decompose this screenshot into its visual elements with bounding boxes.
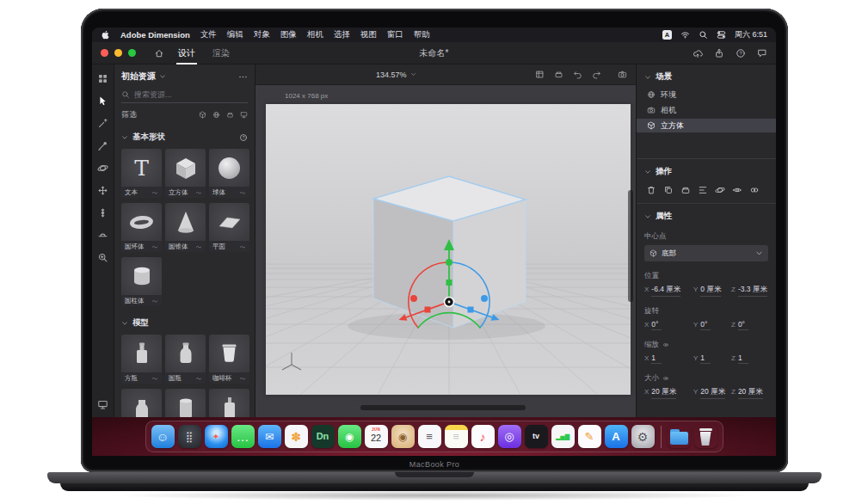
dock-dimension-icon[interactable]: Dn <box>311 425 335 448</box>
zoom-tool-icon[interactable] <box>97 252 108 263</box>
chevron-down-icon[interactable] <box>121 320 128 327</box>
menu-view[interactable]: 视图 <box>360 29 377 40</box>
asset-tile-coffee-cup[interactable]: 咖啡杯 <box>209 335 249 384</box>
dock-freeform-icon[interactable]: ✎ <box>578 425 601 448</box>
menu-select[interactable]: 选择 <box>334 29 350 40</box>
snap-icon[interactable] <box>554 70 563 79</box>
scene-item-environment[interactable]: 环境 <box>637 88 776 101</box>
rotate-handle-z[interactable] <box>481 295 488 302</box>
dock-music-icon[interactable]: ♪ <box>471 425 495 448</box>
zoom-level-control[interactable]: 134.57% <box>376 71 416 79</box>
rotate-handle-y[interactable] <box>446 259 452 266</box>
horizontal-scrollbar[interactable] <box>360 405 526 410</box>
position-y-field[interactable]: 0 厘米 <box>700 285 721 297</box>
dock-trash-icon[interactable] <box>694 425 717 448</box>
control-center-icon[interactable] <box>717 30 726 40</box>
menu-edit[interactable]: 编辑 <box>227 29 243 40</box>
orbit-tool-icon[interactable] <box>97 163 108 174</box>
scale-z-field[interactable]: 1 <box>738 353 748 364</box>
chevron-down-icon[interactable] <box>121 134 128 141</box>
asset-tile-plane[interactable]: 平面 <box>209 203 249 252</box>
asset-tile-cube[interactable]: 立方体 <box>165 149 206 198</box>
duplicate-icon[interactable] <box>663 185 674 195</box>
filter-materials-icon[interactable] <box>212 111 220 119</box>
filter-label[interactable]: 筛选 <box>121 109 137 120</box>
assets-panel-title[interactable]: 初始资源 <box>121 71 156 83</box>
filter-models-icon[interactable] <box>199 111 206 119</box>
rotate-handle-x[interactable] <box>410 295 417 302</box>
dock-photos-icon[interactable]: ✽ <box>285 425 308 448</box>
menubar-clock[interactable]: 周六 6:51 <box>735 29 767 40</box>
asset-tile-sphere[interactable]: 球体 <box>209 149 249 198</box>
dock-safari-icon[interactable]: ✦ <box>205 425 228 448</box>
sampler-tool-icon[interactable] <box>97 140 108 151</box>
size-y-field[interactable]: 20 厘米 <box>700 387 725 399</box>
horizon-tool-icon[interactable] <box>97 230 108 241</box>
tab-design[interactable]: 设计 <box>178 42 195 65</box>
dock-tv-icon[interactable]: tv <box>525 425 548 448</box>
asset-tile-cylinder[interactable]: 圆柱体 <box>121 257 162 306</box>
rotation-z-field[interactable]: 0° <box>738 320 748 330</box>
section-help-icon[interactable] <box>239 133 248 142</box>
position-z-field[interactable]: -3.3 厘米 <box>738 285 767 297</box>
close-button[interactable] <box>101 49 108 57</box>
menu-file[interactable]: 文件 <box>200 29 217 40</box>
dock-notes-icon[interactable]: ≡ <box>445 425 468 448</box>
align-icon[interactable] <box>698 185 708 195</box>
render-preview-icon[interactable] <box>97 399 108 410</box>
vertical-scrollbar[interactable] <box>628 190 633 302</box>
dock-podcasts-icon[interactable]: ◎ <box>498 425 521 448</box>
dock-app-store-icon[interactable]: A <box>605 425 628 448</box>
asset-tile-torus[interactable]: 圆环体 <box>121 203 162 252</box>
chevron-down-icon[interactable] <box>644 213 651 220</box>
link-material-icon[interactable] <box>749 185 760 195</box>
size-x-field[interactable]: 20 厘米 <box>651 387 676 399</box>
asset-tile-cone[interactable]: 圆锥体 <box>165 203 206 252</box>
scene-item-camera[interactable]: 相机 <box>637 103 776 117</box>
cloud-upload-icon[interactable] <box>693 48 703 58</box>
dock-numbers-icon[interactable]: ▂▅▇ <box>551 425 575 448</box>
scale-y-field[interactable]: 1 <box>700 353 711 364</box>
dock-mail-icon[interactable]: ✉ <box>258 425 281 448</box>
size-z-field[interactable]: 20 厘米 <box>738 387 763 399</box>
magic-wand-tool-icon[interactable] <box>97 118 108 129</box>
zoom-button[interactable] <box>128 49 136 57</box>
apple-menu-icon[interactable] <box>101 30 110 40</box>
pan-tool-icon[interactable] <box>97 185 108 196</box>
position-x-field[interactable]: -6.4 厘米 <box>651 285 680 297</box>
help-icon[interactable] <box>736 48 746 58</box>
dock-launchpad-icon[interactable]: ⣿ <box>178 425 201 448</box>
menu-help[interactable]: 帮助 <box>414 29 430 40</box>
dock-facetime-icon[interactable]: ◉ <box>338 425 361 448</box>
tab-render[interactable]: 渲染 <box>212 42 230 65</box>
minimize-button[interactable] <box>114 49 122 57</box>
pivot-select[interactable]: 底部 <box>644 245 768 261</box>
asset-tile-partial[interactable] <box>165 389 206 417</box>
delete-icon[interactable] <box>646 185 656 195</box>
menu-object[interactable]: 对象 <box>254 29 270 40</box>
asset-tile-partial[interactable] <box>209 389 249 417</box>
visibility-icon[interactable] <box>732 185 742 195</box>
section-basic-shapes[interactable]: 基本形状 <box>132 132 165 143</box>
link-values-icon[interactable] <box>662 375 669 382</box>
menu-window[interactable]: 窗口 <box>387 29 403 40</box>
scale-handle-z[interactable] <box>468 307 474 313</box>
scale-handle-x[interactable] <box>425 307 431 313</box>
dock-messages-icon[interactable]: … <box>231 425 255 448</box>
rotation-y-field[interactable]: 0° <box>700 320 711 330</box>
rotation-x-field[interactable]: 0° <box>651 320 662 330</box>
dock-reminders-icon[interactable]: ≡ <box>418 425 441 448</box>
asset-tile-partial[interactable] <box>121 389 162 417</box>
scale-x-field[interactable]: 1 <box>651 353 662 364</box>
wifi-icon[interactable] <box>680 30 690 40</box>
undo-icon[interactable] <box>573 70 582 79</box>
camera-bookmark-icon[interactable] <box>618 70 627 79</box>
spotlight-search-icon[interactable] <box>699 30 708 40</box>
menu-camera[interactable]: 相机 <box>307 29 323 40</box>
asset-tile-text[interactable]: T 文本 <box>121 149 162 198</box>
chevron-down-icon[interactable] <box>644 74 651 81</box>
scale-handle-y[interactable] <box>446 280 452 286</box>
dock-downloads-folder-icon[interactable] <box>668 425 691 448</box>
home-icon[interactable] <box>154 48 164 58</box>
dolly-tool-icon[interactable] <box>97 207 108 218</box>
